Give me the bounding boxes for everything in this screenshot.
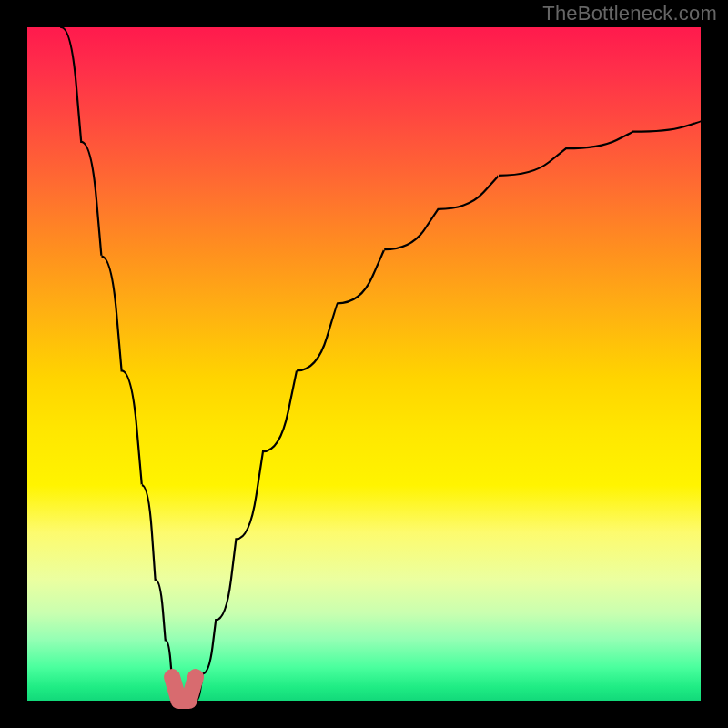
- watermark-text: TheBottleneck.com: [542, 2, 717, 25]
- optimal-u-marker: [172, 677, 196, 701]
- right-curve: [196, 122, 701, 701]
- chart-area: [27, 27, 701, 701]
- left-curve: [61, 27, 176, 701]
- chart-svg: [27, 27, 701, 701]
